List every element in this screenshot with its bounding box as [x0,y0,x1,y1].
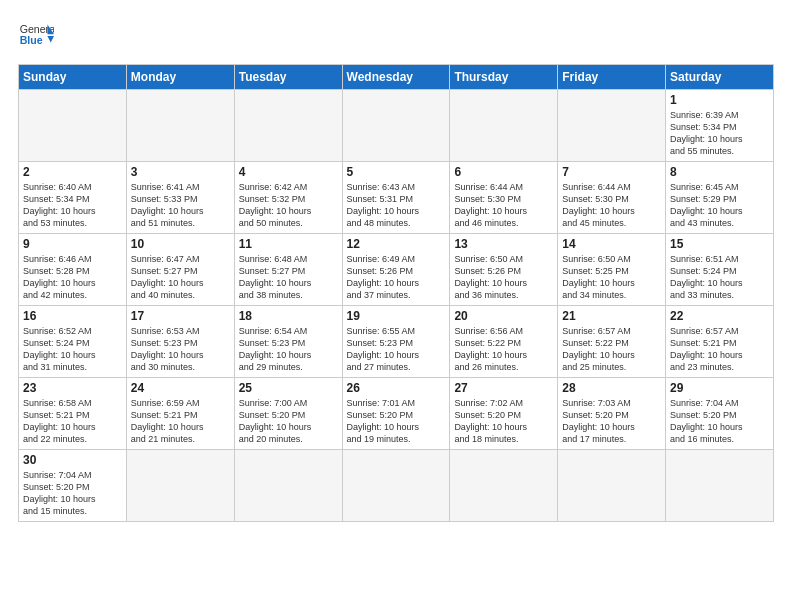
calendar-cell: 7Sunrise: 6:44 AM Sunset: 5:30 PM Daylig… [558,162,666,234]
svg-text:Blue: Blue [20,34,43,46]
day-info: Sunrise: 6:44 AM Sunset: 5:30 PM Dayligh… [454,181,553,230]
calendar-cell [234,450,342,522]
calendar-cell: 27Sunrise: 7:02 AM Sunset: 5:20 PM Dayli… [450,378,558,450]
calendar-cell [666,450,774,522]
day-info: Sunrise: 6:41 AM Sunset: 5:33 PM Dayligh… [131,181,230,230]
weekday-saturday: Saturday [666,65,774,90]
day-number: 25 [239,381,338,395]
calendar-cell: 30Sunrise: 7:04 AM Sunset: 5:20 PM Dayli… [19,450,127,522]
calendar-cell: 6Sunrise: 6:44 AM Sunset: 5:30 PM Daylig… [450,162,558,234]
calendar-cell [558,90,666,162]
calendar-cell: 29Sunrise: 7:04 AM Sunset: 5:20 PM Dayli… [666,378,774,450]
day-info: Sunrise: 6:55 AM Sunset: 5:23 PM Dayligh… [347,325,446,374]
calendar-cell [19,90,127,162]
day-number: 11 [239,237,338,251]
calendar-cell: 15Sunrise: 6:51 AM Sunset: 5:24 PM Dayli… [666,234,774,306]
calendar-cell: 17Sunrise: 6:53 AM Sunset: 5:23 PM Dayli… [126,306,234,378]
day-info: Sunrise: 6:40 AM Sunset: 5:34 PM Dayligh… [23,181,122,230]
day-number: 18 [239,309,338,323]
day-info: Sunrise: 6:42 AM Sunset: 5:32 PM Dayligh… [239,181,338,230]
day-number: 28 [562,381,661,395]
day-number: 24 [131,381,230,395]
day-number: 19 [347,309,446,323]
calendar-cell: 11Sunrise: 6:48 AM Sunset: 5:27 PM Dayli… [234,234,342,306]
calendar-cell: 16Sunrise: 6:52 AM Sunset: 5:24 PM Dayli… [19,306,127,378]
day-number: 5 [347,165,446,179]
calendar-cell [450,90,558,162]
logo-icon: General Blue [18,18,54,54]
day-number: 12 [347,237,446,251]
day-info: Sunrise: 6:57 AM Sunset: 5:21 PM Dayligh… [670,325,769,374]
day-info: Sunrise: 6:56 AM Sunset: 5:22 PM Dayligh… [454,325,553,374]
calendar-cell: 12Sunrise: 6:49 AM Sunset: 5:26 PM Dayli… [342,234,450,306]
calendar-table: SundayMondayTuesdayWednesdayThursdayFrid… [18,64,774,522]
day-info: Sunrise: 6:49 AM Sunset: 5:26 PM Dayligh… [347,253,446,302]
calendar-cell: 5Sunrise: 6:43 AM Sunset: 5:31 PM Daylig… [342,162,450,234]
day-number: 15 [670,237,769,251]
calendar-cell [126,450,234,522]
calendar-cell: 20Sunrise: 6:56 AM Sunset: 5:22 PM Dayli… [450,306,558,378]
day-info: Sunrise: 6:59 AM Sunset: 5:21 PM Dayligh… [131,397,230,446]
day-number: 2 [23,165,122,179]
day-number: 20 [454,309,553,323]
weekday-tuesday: Tuesday [234,65,342,90]
calendar-cell: 23Sunrise: 6:58 AM Sunset: 5:21 PM Dayli… [19,378,127,450]
weekday-sunday: Sunday [19,65,127,90]
logo: General Blue [18,18,54,54]
page: General Blue SundayMondayTuesdayWednesda… [0,0,792,612]
calendar-cell: 14Sunrise: 6:50 AM Sunset: 5:25 PM Dayli… [558,234,666,306]
day-number: 16 [23,309,122,323]
calendar-cell [558,450,666,522]
calendar-cell: 3Sunrise: 6:41 AM Sunset: 5:33 PM Daylig… [126,162,234,234]
day-number: 9 [23,237,122,251]
week-row-0: 1Sunrise: 6:39 AM Sunset: 5:34 PM Daylig… [19,90,774,162]
calendar-cell: 24Sunrise: 6:59 AM Sunset: 5:21 PM Dayli… [126,378,234,450]
calendar-cell: 1Sunrise: 6:39 AM Sunset: 5:34 PM Daylig… [666,90,774,162]
day-info: Sunrise: 6:45 AM Sunset: 5:29 PM Dayligh… [670,181,769,230]
day-info: Sunrise: 7:04 AM Sunset: 5:20 PM Dayligh… [670,397,769,446]
day-info: Sunrise: 6:57 AM Sunset: 5:22 PM Dayligh… [562,325,661,374]
calendar-cell: 2Sunrise: 6:40 AM Sunset: 5:34 PM Daylig… [19,162,127,234]
day-info: Sunrise: 6:43 AM Sunset: 5:31 PM Dayligh… [347,181,446,230]
day-info: Sunrise: 6:51 AM Sunset: 5:24 PM Dayligh… [670,253,769,302]
calendar-cell: 9Sunrise: 6:46 AM Sunset: 5:28 PM Daylig… [19,234,127,306]
day-number: 4 [239,165,338,179]
day-number: 8 [670,165,769,179]
calendar-cell [234,90,342,162]
day-number: 30 [23,453,122,467]
day-number: 29 [670,381,769,395]
day-number: 14 [562,237,661,251]
day-number: 26 [347,381,446,395]
svg-marker-3 [47,36,54,43]
week-row-1: 2Sunrise: 6:40 AM Sunset: 5:34 PM Daylig… [19,162,774,234]
day-info: Sunrise: 6:53 AM Sunset: 5:23 PM Dayligh… [131,325,230,374]
week-row-5: 30Sunrise: 7:04 AM Sunset: 5:20 PM Dayli… [19,450,774,522]
week-row-4: 23Sunrise: 6:58 AM Sunset: 5:21 PM Dayli… [19,378,774,450]
day-number: 3 [131,165,230,179]
day-number: 10 [131,237,230,251]
day-info: Sunrise: 6:52 AM Sunset: 5:24 PM Dayligh… [23,325,122,374]
weekday-thursday: Thursday [450,65,558,90]
day-info: Sunrise: 7:02 AM Sunset: 5:20 PM Dayligh… [454,397,553,446]
day-info: Sunrise: 7:04 AM Sunset: 5:20 PM Dayligh… [23,469,122,518]
day-number: 21 [562,309,661,323]
week-row-2: 9Sunrise: 6:46 AM Sunset: 5:28 PM Daylig… [19,234,774,306]
day-info: Sunrise: 6:46 AM Sunset: 5:28 PM Dayligh… [23,253,122,302]
calendar-cell [342,450,450,522]
weekday-friday: Friday [558,65,666,90]
day-info: Sunrise: 7:00 AM Sunset: 5:20 PM Dayligh… [239,397,338,446]
day-info: Sunrise: 7:03 AM Sunset: 5:20 PM Dayligh… [562,397,661,446]
day-number: 7 [562,165,661,179]
day-number: 27 [454,381,553,395]
calendar-cell: 28Sunrise: 7:03 AM Sunset: 5:20 PM Dayli… [558,378,666,450]
day-number: 23 [23,381,122,395]
calendar-cell: 4Sunrise: 6:42 AM Sunset: 5:32 PM Daylig… [234,162,342,234]
day-info: Sunrise: 6:48 AM Sunset: 5:27 PM Dayligh… [239,253,338,302]
weekday-header-row: SundayMondayTuesdayWednesdayThursdayFrid… [19,65,774,90]
calendar-cell: 26Sunrise: 7:01 AM Sunset: 5:20 PM Dayli… [342,378,450,450]
calendar-cell: 25Sunrise: 7:00 AM Sunset: 5:20 PM Dayli… [234,378,342,450]
weekday-monday: Monday [126,65,234,90]
day-number: 17 [131,309,230,323]
calendar-cell: 13Sunrise: 6:50 AM Sunset: 5:26 PM Dayli… [450,234,558,306]
week-row-3: 16Sunrise: 6:52 AM Sunset: 5:24 PM Dayli… [19,306,774,378]
